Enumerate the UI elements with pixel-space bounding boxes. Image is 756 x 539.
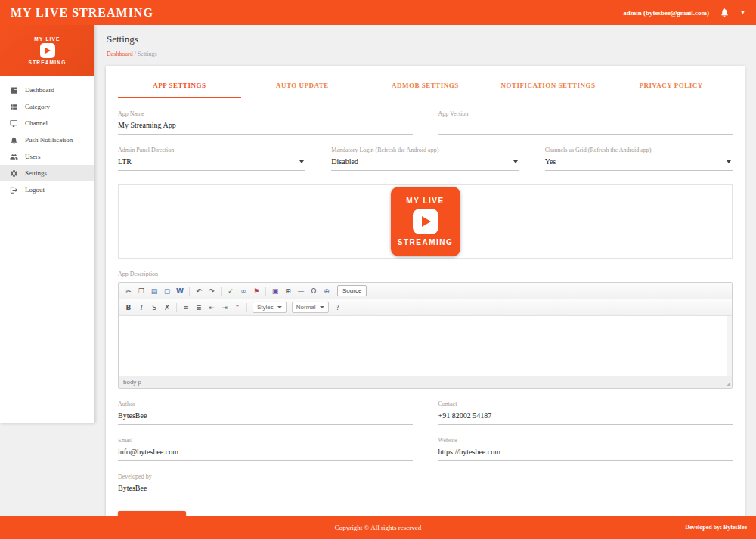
channels-as-grid-select[interactable]: Yes [545,153,733,171]
toolbar-separator [189,287,190,296]
copy-icon[interactable]: ❐ [135,285,147,296]
author-input[interactable] [118,407,413,425]
iframe-icon[interactable]: ⊕ [321,285,333,296]
top-header: MY LIVE STREAMING admin (bytesbee@gmail.… [0,0,756,25]
admin-panel-direction-group: Admin Panel Direction LTR [118,147,305,171]
channels-as-grid-group: Channels as Grid (Refresh the Android ap… [545,147,733,171]
sidebar-item-label: Dashboard [25,86,54,94]
logo-line1: MY LIVE [34,36,60,42]
mandatory-login-select[interactable]: Disabled [331,153,519,171]
styles-dropdown[interactable]: Styles [253,302,287,313]
admin-panel-direction-label: Admin Panel Direction [118,147,305,153]
format-dropdown-label: Normal [296,304,316,311]
tab-admob-settings[interactable]: ADMOB SETTINGS [364,75,487,98]
sidebar-item-push-notification[interactable]: Push Notification [0,132,94,148]
toolbar-separator [265,287,266,296]
website-input[interactable] [438,444,733,461]
outdent-icon[interactable]: ⇤ [206,302,218,313]
horizontal-rule-icon[interactable]: — [295,285,307,296]
source-button-label: Source [342,287,361,294]
format-dropdown[interactable]: Normal [292,302,329,313]
sidebar-item-label: Channel [25,119,48,127]
logged-in-user: admin (bytesbee@gmail.com) [623,9,709,17]
indent-icon[interactable]: ⇥ [218,302,231,313]
source-button[interactable]: Source [337,285,367,296]
app-version-input[interactable] [438,117,733,135]
admin-panel-direction-select[interactable]: LTR [118,153,305,171]
app-title: MY LIVE STREAMING [11,6,153,20]
contact-field-group: Contact [438,401,733,425]
toolbar-separator [176,303,177,312]
redo-icon[interactable]: ↷ [206,285,218,296]
logo-line2: STREAMING [29,60,67,65]
sidebar-item-channel[interactable]: Channel [0,115,94,132]
sidebar-item-logout[interactable]: Logout [0,181,94,198]
contact-label: Contact [438,401,733,407]
sidebar-item-settings[interactable]: Settings [0,165,94,181]
paste-icon[interactable]: ▤ [148,285,160,296]
sidebar-item-label: Settings [25,169,47,177]
app-name-label: App Name [118,110,413,117]
sidebar-item-label: Category [25,103,50,110]
email-input[interactable] [118,444,413,461]
sidebar-item-category[interactable]: Category [0,98,94,115]
user-menu-caret-icon[interactable]: ▼ [740,10,745,16]
blockquote-icon[interactable]: “ [231,302,243,313]
numbered-list-icon[interactable]: ≡ [180,302,192,313]
resize-grip-icon[interactable]: ◢ [727,381,730,387]
bulleted-list-icon[interactable]: ≣ [193,302,205,313]
remove-format-icon[interactable]: ✗ [161,302,173,313]
channels-as-grid-value: Yes [545,157,556,166]
table-icon[interactable]: ⊞ [282,285,294,296]
spacer [438,473,733,497]
tab-bar: APP SETTINGS AUTO UPDATE ADMOB SETTINGS … [118,75,733,98]
tab-auto-update[interactable]: AUTO UPDATE [241,75,364,98]
link-icon[interactable]: ∞ [237,285,249,296]
editor-scrollbar[interactable] [727,316,732,376]
paste-text-icon[interactable]: ▢ [161,285,173,296]
breadcrumb: Dashboard / Settings [107,51,744,57]
notifications-bell-icon[interactable] [720,8,730,17]
channels-as-grid-label: Channels as Grid (Refresh the Android ap… [545,147,733,153]
developed-by-label: Developed by [118,473,413,480]
mandatory-login-value: Disabled [331,157,358,166]
sidebar-item-users[interactable]: Users [0,148,94,165]
image-icon[interactable]: ▣ [269,285,281,296]
tab-app-settings[interactable]: APP SETTINGS [118,75,241,98]
undo-icon[interactable]: ↶ [193,285,205,296]
dashboard-icon [10,86,18,94]
website-label: Website [438,437,733,444]
breadcrumb-current: Settings [138,51,157,57]
author-field-group: Author [118,401,413,425]
chevron-down-icon [320,306,324,308]
developed-by-input[interactable] [118,480,413,497]
paste-word-icon[interactable]: W [174,285,186,296]
strikethrough-icon[interactable]: S [148,302,160,313]
special-char-icon[interactable]: Ω [308,285,320,296]
footer: Copyright © All rights reserved Develope… [0,516,756,539]
bold-icon[interactable]: B [122,302,135,313]
about-editor-icon[interactable]: ? [332,302,344,313]
sidebar-item-label: Push Notification [25,136,73,144]
breadcrumb-dashboard-link[interactable]: Dashboard [107,51,133,57]
gear-icon [10,169,18,178]
developed-by-text: Developed by: BytesBee [685,524,747,531]
tab-privacy-policy[interactable]: PRIVACY POLICY [609,75,733,98]
tab-notification-settings[interactable]: NOTIFICATION SETTINGS [487,75,610,98]
description-text-area[interactable] [119,316,732,376]
app-name-input[interactable] [118,117,413,135]
contact-input[interactable] [438,407,733,425]
sidebar-item-dashboard[interactable]: Dashboard [0,82,94,98]
play-icon [40,43,55,58]
logo-line1: MY LIVE [406,197,444,205]
copyright-text: Copyright © All rights reserved [335,524,421,531]
spellcheck-icon[interactable]: ✓ [225,285,237,296]
cut-icon[interactable]: ✂ [122,285,135,296]
website-field-group: Website [438,437,733,461]
editor-status-bar: body p ◢ [119,376,732,388]
users-icon [10,153,18,161]
italic-icon[interactable]: I [135,302,147,313]
toolbar-separator [221,287,222,296]
app-version-field-group: App Version [438,110,733,135]
flag-icon[interactable]: ⚑ [250,285,262,296]
